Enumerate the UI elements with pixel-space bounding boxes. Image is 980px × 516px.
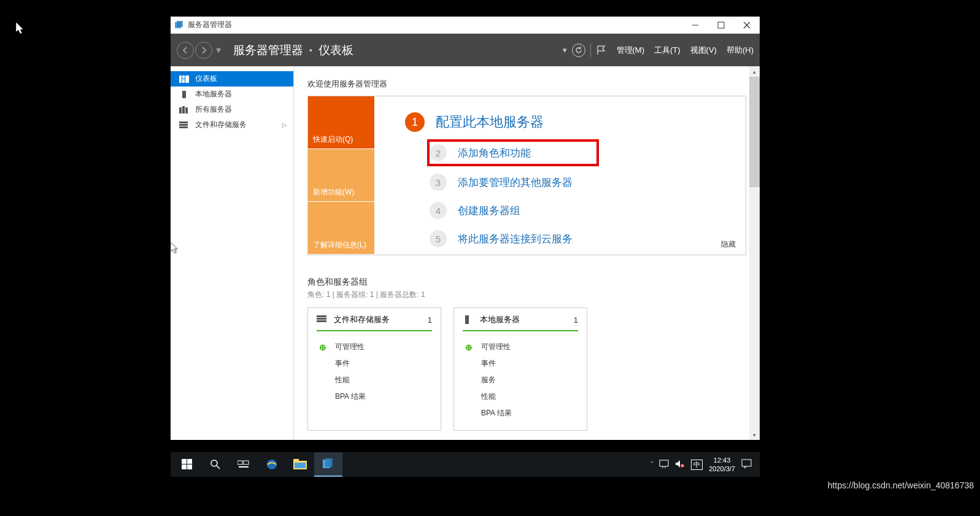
- svg-rect-20: [465, 315, 469, 324]
- servers-icon: [179, 106, 189, 114]
- svg-rect-28: [244, 461, 249, 464]
- ie-button[interactable]: [258, 452, 286, 477]
- breadcrumb-separator: •: [309, 45, 312, 55]
- roles-title: 角色和服务器组: [307, 277, 746, 288]
- svg-rect-6: [179, 75, 182, 83]
- svg-rect-1: [177, 21, 183, 27]
- tile-row-bpa[interactable]: BPA 结果: [317, 388, 432, 405]
- svg-rect-32: [293, 459, 299, 462]
- start-button[interactable]: [173, 452, 201, 477]
- svg-rect-23: [182, 464, 187, 469]
- svg-rect-24: [187, 464, 192, 469]
- tile-row-manageability[interactable]: ⊕可管理性: [317, 339, 432, 355]
- tile-row-events[interactable]: 事件: [463, 355, 578, 372]
- sidebar-label: 仪表板: [195, 74, 217, 84]
- tile-title: 本地服务器: [480, 314, 574, 325]
- svg-rect-11: [179, 107, 182, 114]
- scroll-up-icon[interactable]: ▴: [749, 66, 760, 77]
- tile-row-bpa[interactable]: BPA 结果: [463, 405, 578, 422]
- sidebar-item-file-storage[interactable]: 文件和存储服务 ▷: [171, 117, 293, 133]
- step-number: 5: [430, 230, 447, 247]
- sidebar-label: 所有服务器: [195, 104, 232, 115]
- svg-rect-33: [295, 463, 306, 468]
- step-add-roles-features[interactable]: 2 添加角色和功能: [427, 139, 599, 166]
- network-icon[interactable]: [659, 460, 669, 469]
- welcome-tab-quickstart[interactable]: 快速启动(Q): [308, 96, 374, 149]
- refresh-dropdown-icon[interactable]: ▾: [563, 45, 567, 55]
- main-content: ▴ ▾ 欢迎使用服务器管理器 快速启动(Q) 新增功能(W) 了解详细信息(L)…: [294, 66, 760, 440]
- step-configure-server[interactable]: 1 配置此本地服务器: [405, 109, 746, 136]
- menu-view[interactable]: 视图(V): [690, 45, 717, 56]
- tile-row-events[interactable]: 事件: [317, 355, 432, 372]
- step-text: 添加角色和功能: [458, 146, 531, 160]
- svg-point-25: [211, 460, 217, 466]
- tile-local-server[interactable]: 本地服务器 1 ⊕可管理性 事件 服务 性能 BPA 结果: [453, 307, 587, 431]
- step-number: 3: [430, 174, 447, 191]
- svg-rect-12: [182, 106, 185, 114]
- svg-rect-17: [317, 315, 326, 317]
- svg-rect-19: [317, 320, 326, 322]
- roles-subtitle: 角色: 1 | 服务器组: 1 | 服务器总数: 1: [307, 290, 746, 300]
- step-number: 1: [405, 112, 425, 132]
- action-center-icon[interactable]: [741, 459, 752, 470]
- sidebar-item-dashboard[interactable]: 仪表板: [171, 71, 293, 87]
- close-button[interactable]: [738, 19, 756, 31]
- scroll-down-icon[interactable]: ▾: [749, 429, 760, 440]
- step-text: 创建服务器组: [458, 204, 520, 218]
- svg-rect-10: [182, 91, 186, 98]
- notifications-icon[interactable]: [596, 45, 607, 56]
- scrollbar[interactable]: ▴ ▾: [749, 66, 760, 440]
- watermark: https://blog.csdn.net/weixin_40816738: [828, 480, 974, 490]
- tile-row-performance[interactable]: 性能: [317, 372, 432, 388]
- step-text: 配置此本地服务器: [436, 113, 544, 131]
- step-create-server-group[interactable]: 4 创建服务器组: [430, 198, 746, 223]
- welcome-tab-whatsnew[interactable]: 新增功能(W): [308, 149, 374, 202]
- welcome-tab-learnmore[interactable]: 了解详细信息(L): [308, 202, 374, 255]
- server-icon: [463, 315, 474, 324]
- tile-title: 文件和存储服务: [334, 314, 428, 325]
- server-manager-task[interactable]: [314, 452, 342, 477]
- svg-rect-3: [718, 22, 724, 28]
- menu-manage[interactable]: 管理(M): [617, 45, 645, 56]
- step-add-other-servers[interactable]: 3 添加要管理的其他服务器: [430, 170, 746, 194]
- step-connect-cloud[interactable]: 5 将此服务器连接到云服务: [430, 226, 746, 251]
- taskbar: ˆ 中 12:43 2020/3/7: [171, 452, 760, 477]
- nav-history-dropdown[interactable]: ▾: [216, 44, 221, 56]
- nav-forward-button[interactable]: [195, 42, 212, 59]
- svg-rect-7: [182, 75, 185, 79]
- ime-indicator[interactable]: 中: [691, 460, 703, 470]
- clock[interactable]: 12:43 2020/3/7: [709, 456, 735, 474]
- menu-tools[interactable]: 工具(T): [654, 45, 681, 56]
- tray-chevron-icon[interactable]: ˆ: [651, 461, 654, 468]
- task-view-button[interactable]: [230, 452, 258, 477]
- search-button[interactable]: [201, 452, 230, 477]
- svg-rect-9: [185, 75, 189, 83]
- hide-link[interactable]: 隐藏: [721, 239, 736, 250]
- svg-rect-35: [325, 458, 333, 467]
- scrollbar-thumb[interactable]: [749, 77, 760, 187]
- tile-row-services[interactable]: 服务: [463, 372, 578, 388]
- breadcrumb-root[interactable]: 服务器管理器: [233, 42, 303, 58]
- dashboard-icon: [179, 75, 189, 83]
- tile-row-manageability[interactable]: ⊕可管理性: [463, 339, 578, 355]
- menu-help[interactable]: 帮助(H): [727, 45, 754, 56]
- storage-icon: [179, 121, 189, 129]
- sidebar-item-all-servers[interactable]: 所有服务器: [171, 102, 293, 117]
- refresh-button[interactable]: [572, 44, 585, 57]
- svg-rect-22: [187, 459, 192, 464]
- tile-row-performance[interactable]: 性能: [463, 388, 578, 405]
- nav-back-button[interactable]: [177, 42, 194, 59]
- sidebar: 仪表板 本地服务器 所有服务器 文件和存储服务 ▷: [171, 66, 294, 440]
- svg-rect-18: [317, 318, 326, 320]
- sidebar-item-local-server[interactable]: 本地服务器: [171, 87, 293, 102]
- maximize-button[interactable]: [712, 19, 730, 31]
- explorer-button[interactable]: [286, 452, 314, 477]
- step-text: 将此服务器连接到云服务: [458, 232, 573, 246]
- svg-rect-42: [742, 460, 751, 466]
- tile-count: 1: [574, 315, 578, 325]
- volume-icon[interactable]: [675, 460, 685, 469]
- step-number: 4: [430, 202, 447, 219]
- tile-file-storage[interactable]: 文件和存储服务 1 ⊕可管理性 事件 性能 BPA 结果: [307, 307, 441, 431]
- minimize-button[interactable]: [686, 19, 704, 31]
- step-text: 添加要管理的其他服务器: [458, 175, 573, 190]
